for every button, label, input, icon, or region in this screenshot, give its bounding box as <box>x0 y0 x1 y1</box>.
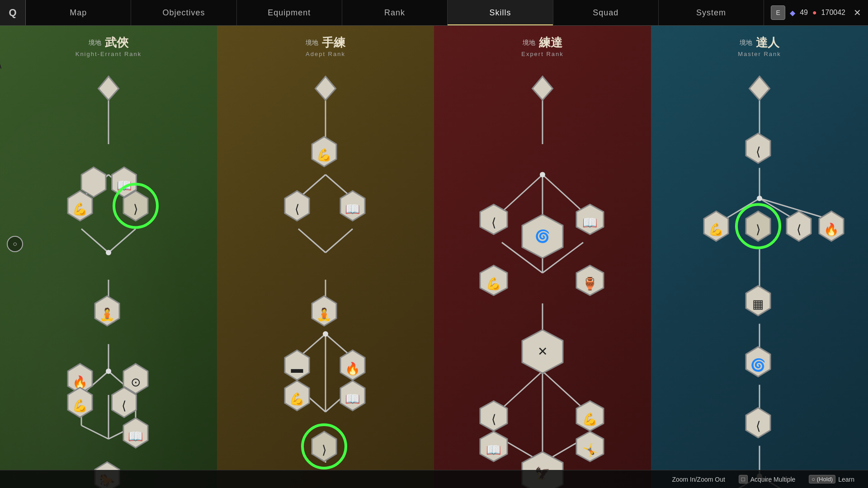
svg-text:📖: 📖 <box>486 442 501 457</box>
expert-node-4a[interactable]: 📖 <box>480 432 507 461</box>
expert-name: 練達 <box>539 35 562 51</box>
master-node-side-a[interactable]: 💪 <box>704 211 728 241</box>
expert-node-3b[interactable]: 💪 <box>576 401 604 431</box>
knight-rank-label: Knight-Errant Rank <box>75 51 142 57</box>
adept-node-2b[interactable]: 🔥 <box>340 350 365 380</box>
svg-text:🧘: 🧘 <box>99 307 115 322</box>
master-node-r2[interactable]: ▦ <box>746 286 770 316</box>
svg-marker-18 <box>81 167 106 197</box>
knight-diamond-top <box>99 76 119 100</box>
expert-node-cross[interactable]: ✕ <box>522 330 563 373</box>
svg-point-56 <box>323 331 328 337</box>
expert-node-1b[interactable]: 📖 <box>576 205 604 235</box>
master-node-selected[interactable]: ⟩ <box>746 211 770 241</box>
svg-text:▬: ▬ <box>291 362 303 375</box>
svg-text:📖: 📖 <box>345 391 360 406</box>
acquire-hint-text: Acquire Multiple <box>750 476 796 483</box>
nav-tab-system[interactable]: System <box>659 0 764 25</box>
svg-point-16 <box>106 369 111 374</box>
svg-text:⟩: ⟩ <box>322 443 327 457</box>
nav-tab-objectives[interactable]: Objectives <box>131 0 236 25</box>
bottom-bar: Zoom In/Zoom Out □ Acquire Multiple ○ (H… <box>0 470 868 488</box>
master-node-side-b[interactable]: ⟨ <box>787 211 811 241</box>
expert-node-3a[interactable]: ⟨ <box>480 401 507 431</box>
master-node-side-c[interactable]: 🔥 <box>819 211 844 241</box>
svg-text:💪: 💪 <box>582 412 598 427</box>
adept-node-selected[interactable]: ⟩ <box>312 432 336 461</box>
adept-node-top[interactable]: 💪 <box>312 137 336 167</box>
back-icon: ○ <box>13 240 17 248</box>
adept-skill-tree: 💪 ⟨ 📖 🧘 ▬ <box>217 62 434 488</box>
nav-tab-squad[interactable]: Squad <box>553 0 659 25</box>
knight-node-2a[interactable]: 💪 <box>68 191 92 221</box>
logo-button[interactable]: Q <box>0 0 26 25</box>
knight-node-4c[interactable]: 📖 <box>123 418 148 448</box>
svg-text:⟨: ⟨ <box>295 202 300 216</box>
expert-node-2a[interactable]: 💪 <box>480 266 507 296</box>
svg-text:💪: 💪 <box>708 222 724 237</box>
svg-line-47 <box>326 229 353 253</box>
svg-text:⟨: ⟨ <box>756 419 761 433</box>
svg-text:⟨: ⟨ <box>122 399 127 413</box>
back-button[interactable]: ○ <box>7 236 23 252</box>
master-name: 達人 <box>756 35 779 51</box>
diamond-count: 49 <box>800 9 808 17</box>
e-button[interactable]: E <box>771 5 785 20</box>
master-tree-svg: ⟨ ⟩ 💪 ⟨ <box>651 62 868 488</box>
svg-line-79 <box>502 175 542 212</box>
learn-hint: ○ (Hold) Learn <box>809 475 854 483</box>
svg-text:💪: 💪 <box>72 202 88 216</box>
svg-text:⟨: ⟨ <box>797 223 802 236</box>
svg-line-4 <box>108 229 136 253</box>
svg-text:💪: 💪 <box>316 147 332 162</box>
svg-text:🌀: 🌀 <box>535 229 550 244</box>
top-navigation: Q MapObjectivesEquipmentRankSkillsSquadS… <box>0 0 868 26</box>
nav-tab-rank[interactable]: Rank <box>342 0 448 25</box>
zoom-hint: Zoom In/Zoom Out <box>672 476 725 483</box>
expert-prefix: 境地 <box>523 39 535 47</box>
adept-node-3b[interactable]: 📖 <box>340 381 365 411</box>
master-node-top[interactable]: ⟨ <box>746 133 770 163</box>
expert-node-1a[interactable]: ⟨ <box>480 205 507 235</box>
svg-text:▦: ▦ <box>752 297 764 311</box>
nav-tabs: MapObjectivesEquipmentRankSkillsSquadSys… <box>26 0 764 25</box>
knight-node-4b[interactable]: ⟨ <box>112 388 137 418</box>
knight-name: 武俠 <box>105 35 128 51</box>
nav-tab-skills[interactable]: Skills <box>448 0 553 25</box>
expert-column: 境地 練達 Expert Rank <box>434 26 651 488</box>
acquire-hint: □ Acquire Multiple <box>739 475 795 483</box>
svg-text:⟨: ⟨ <box>491 216 496 230</box>
zoom-hint-text: Zoom In/Zoom Out <box>672 476 725 483</box>
logo-icon: Q <box>9 7 16 19</box>
svg-line-3 <box>81 229 108 253</box>
svg-text:⟩: ⟩ <box>756 223 761 236</box>
svg-text:📖: 📖 <box>128 429 143 444</box>
expert-node-2b[interactable]: 🏺 <box>576 266 604 296</box>
expert-node-4b[interactable]: 🤸 <box>576 432 604 461</box>
master-diamond-top <box>750 76 770 100</box>
master-node-r3[interactable]: 🌀 <box>746 347 770 377</box>
adept-node-1b[interactable]: 📖 <box>340 191 365 221</box>
expert-node-center[interactable]: 🌀 <box>522 215 563 258</box>
close-button[interactable]: ✕ <box>854 7 861 18</box>
svg-text:🧘: 🧘 <box>316 307 332 322</box>
svg-text:🔥: 🔥 <box>824 222 839 237</box>
nav-tab-map[interactable]: Map <box>26 0 131 25</box>
nav-tab-equipment[interactable]: Equipment <box>237 0 342 25</box>
master-node-r4[interactable]: ⟨ <box>746 408 770 438</box>
acquire-key: □ <box>739 475 748 483</box>
adept-node-center[interactable]: 🧘 <box>312 296 336 326</box>
svg-text:⟨: ⟨ <box>0 62 3 70</box>
master-skill-tree: ⟨ ⟩ 💪 ⟨ <box>651 62 868 488</box>
adept-node-1a[interactable]: ⟨ <box>285 191 309 221</box>
svg-text:📖: 📖 <box>345 202 360 216</box>
svg-text:💪: 💪 <box>289 391 305 406</box>
expert-skill-tree: 🌀 ⟨ 📖 💪 🏺 <box>434 62 651 488</box>
adept-node-2a[interactable]: ▬ <box>285 350 309 380</box>
knight-node-1a[interactable]: ⟨ <box>0 62 106 197</box>
knight-node-center[interactable]: 🧘 <box>95 296 119 326</box>
knight-node-2b-selected[interactable]: ⟩ <box>123 191 148 221</box>
knight-node-4a[interactable]: 💪 <box>68 388 92 418</box>
svg-text:🌀: 🌀 <box>750 357 766 372</box>
adept-node-3a[interactable]: 💪 <box>285 381 309 411</box>
